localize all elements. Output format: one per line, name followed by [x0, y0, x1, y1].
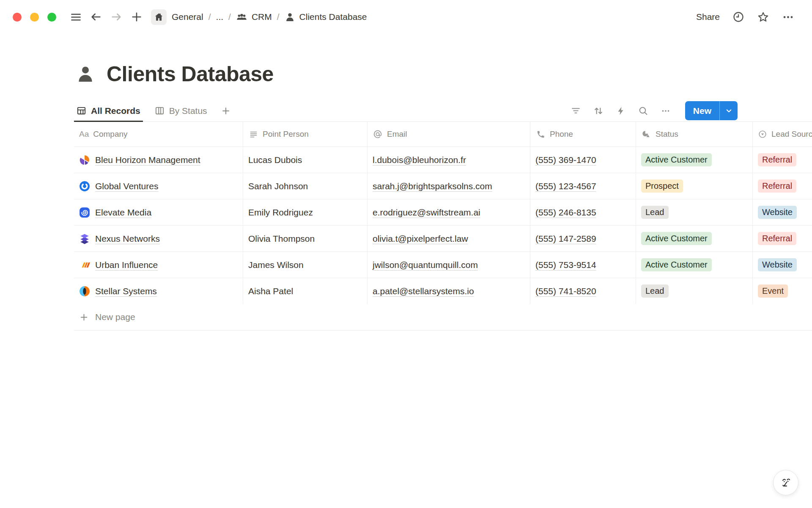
email-link[interactable]: sarah.j@brightsparksolns.com: [373, 181, 492, 191]
table-row[interactable]: Urban Influence James Wilson jwilson@qua…: [74, 251, 812, 278]
new-record-button[interactable]: New: [685, 101, 738, 120]
view-options-icon[interactable]: [660, 105, 671, 116]
email-link[interactable]: olivia.t@pixelperfect.law: [373, 234, 468, 244]
favorite-star-icon[interactable]: [757, 11, 769, 23]
column-header-phone[interactable]: Phone: [530, 122, 636, 146]
lead-source-cell[interactable]: Referral: [753, 173, 812, 199]
table-row[interactable]: Nexus Networks Olivia Thompson olivia.t@…: [74, 225, 812, 251]
table-row[interactable]: Stellar Systems Aisha Patel a.patel@stel…: [74, 278, 812, 304]
breadcrumb-item-ellipsis[interactable]: ...: [216, 12, 224, 22]
column-header-company[interactable]: Aa Company: [74, 122, 243, 146]
phone-cell[interactable]: (555) 123-4567: [530, 173, 636, 199]
company-cell[interactable]: Global Ventures: [74, 173, 243, 199]
phone-link[interactable]: (555) 147-2589: [535, 234, 596, 244]
point-person-cell[interactable]: Aisha Patel: [243, 278, 368, 304]
breadcrumb-item-general[interactable]: General: [172, 12, 203, 22]
company-name-link[interactable]: Global Ventures: [95, 181, 158, 191]
new-tab-plus-icon[interactable]: [130, 11, 143, 23]
table-row[interactable]: Elevate Media Emily Rodriguez e.rodrigue…: [74, 199, 812, 225]
table-row[interactable]: Global Ventures Sarah Johnson sarah.j@br…: [74, 173, 812, 199]
phone-link[interactable]: (555) 753-9514: [535, 260, 596, 270]
lead-source-cell[interactable]: Website: [753, 252, 812, 278]
email-cell[interactable]: e.rodriguez@swiftstream.ai: [368, 199, 530, 225]
company-cell[interactable]: Urban Influence: [74, 252, 243, 278]
lead-source-cell[interactable]: Website: [753, 199, 812, 225]
company-cell[interactable]: Elevate Media: [74, 199, 243, 225]
traffic-lights: [13, 13, 56, 22]
add-view-icon[interactable]: [221, 106, 231, 116]
email-cell[interactable]: l.dubois@bleuhorizon.fr: [368, 147, 530, 173]
page-icon-person[interactable]: [75, 64, 96, 84]
filter-icon[interactable]: [571, 105, 582, 116]
sort-icon[interactable]: [593, 105, 604, 116]
phone-cell[interactable]: (555) 369-1470: [530, 147, 636, 173]
point-person-cell[interactable]: Olivia Thompson: [243, 226, 368, 251]
phone-link[interactable]: (555) 369-1470: [535, 155, 596, 165]
phone-cell[interactable]: (555) 741-8520: [530, 278, 636, 304]
phone-link[interactable]: (555) 246-8135: [535, 207, 596, 218]
column-header-status[interactable]: Status: [636, 122, 753, 146]
email-link[interactable]: a.patel@stellarsystems.io: [373, 286, 474, 296]
point-person-cell[interactable]: Lucas Dubois: [243, 147, 368, 173]
new-page-button[interactable]: New page: [74, 304, 812, 331]
company-name-link[interactable]: Bleu Horizon Management: [95, 155, 200, 165]
more-options-icon[interactable]: [782, 11, 794, 23]
minimize-window-icon[interactable]: [30, 13, 39, 22]
company-name-link[interactable]: Urban Influence: [95, 260, 158, 270]
lead-source-cell[interactable]: Event: [753, 278, 812, 304]
company-name-link[interactable]: Stellar Systems: [95, 286, 157, 296]
company-cell[interactable]: Bleu Horizon Management: [74, 147, 243, 173]
sidebar-menu-icon[interactable]: [69, 11, 82, 23]
clock-history-icon[interactable]: [732, 11, 744, 23]
status-cell[interactable]: Active Customer: [636, 252, 753, 278]
status-badge: Active Customer: [641, 153, 712, 166]
email-link[interactable]: jwilson@quantumquill.com: [373, 260, 478, 270]
new-record-dropdown-icon[interactable]: [720, 101, 738, 120]
column-header-point-person[interactable]: Point Person: [243, 122, 368, 146]
share-button[interactable]: Share: [696, 12, 720, 22]
company-cell[interactable]: Nexus Networks: [74, 226, 243, 251]
tab-by-status[interactable]: By Status: [152, 100, 210, 122]
phone-cell[interactable]: (555) 246-8135: [530, 199, 636, 225]
column-header-lead-source[interactable]: Lead Source: [753, 122, 812, 146]
email-cell[interactable]: sarah.j@brightsparksolns.com: [368, 173, 530, 199]
company-name-link[interactable]: Nexus Networks: [95, 234, 160, 244]
table-row[interactable]: Bleu Horizon Management Lucas Dubois l.d…: [74, 146, 812, 173]
lead-source-badge: Referral: [758, 153, 796, 166]
company-name-link[interactable]: Elevate Media: [95, 207, 151, 218]
back-arrow-icon[interactable]: [90, 11, 102, 23]
point-person-cell[interactable]: James Wilson: [243, 252, 368, 278]
home-icon[interactable]: [151, 9, 167, 25]
status-cell[interactable]: Prospect: [636, 173, 753, 199]
column-header-email[interactable]: Email: [368, 122, 530, 146]
company-cell[interactable]: Stellar Systems: [74, 278, 243, 304]
breadcrumb-item-clients-database[interactable]: Clients Database: [285, 12, 367, 22]
automation-lightning-icon[interactable]: [615, 105, 626, 116]
phone-cell[interactable]: (555) 147-2589: [530, 226, 636, 251]
email-cell[interactable]: a.patel@stellarsystems.io: [368, 278, 530, 304]
breadcrumb: General / ... / CRM / Clients Database: [172, 11, 367, 23]
status-cell[interactable]: Lead: [636, 199, 753, 225]
breadcrumb-item-crm[interactable]: CRM: [236, 11, 272, 23]
search-icon[interactable]: [638, 105, 649, 116]
forward-arrow-icon[interactable]: [110, 11, 123, 23]
status-cell[interactable]: Active Customer: [636, 147, 753, 173]
email-cell[interactable]: olivia.t@pixelperfect.law: [368, 226, 530, 251]
status-cell[interactable]: Lead: [636, 278, 753, 304]
lead-source-cell[interactable]: Referral: [753, 226, 812, 251]
email-link[interactable]: l.dubois@bleuhorizon.fr: [373, 155, 466, 165]
lead-source-cell[interactable]: Referral: [753, 147, 812, 173]
status-badge: Active Customer: [641, 232, 712, 245]
email-cell[interactable]: jwilson@quantumquill.com: [368, 252, 530, 278]
phone-link[interactable]: (555) 741-8520: [535, 286, 596, 296]
phone-link[interactable]: (555) 123-4567: [535, 181, 596, 191]
tab-all-records[interactable]: All Records: [74, 100, 143, 122]
status-cell[interactable]: Active Customer: [636, 226, 753, 251]
maximize-window-icon[interactable]: [47, 13, 56, 22]
point-person-cell[interactable]: Emily Rodriguez: [243, 199, 368, 225]
notion-ai-face-button[interactable]: [773, 470, 798, 495]
phone-cell[interactable]: (555) 753-9514: [530, 252, 636, 278]
close-window-icon[interactable]: [13, 13, 22, 22]
point-person-cell[interactable]: Sarah Johnson: [243, 173, 368, 199]
email-link[interactable]: e.rodriguez@swiftstream.ai: [373, 207, 480, 218]
